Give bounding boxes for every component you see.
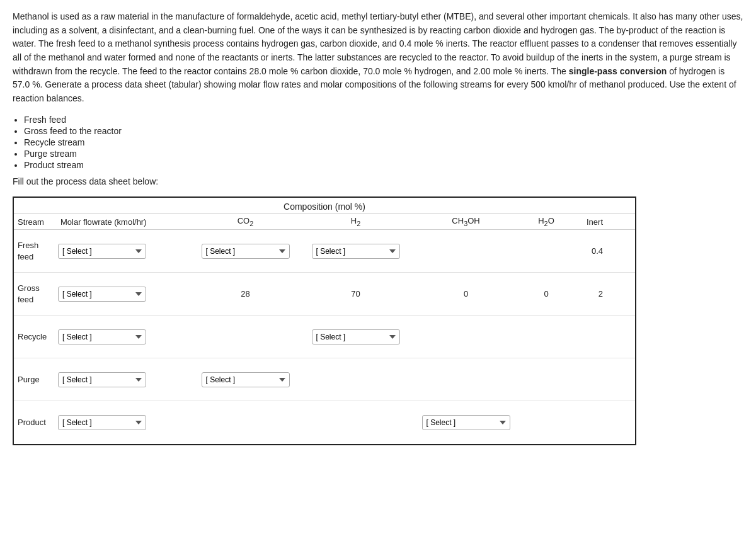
description-text: Methanol is used as a raw material in th… [13, 10, 743, 106]
row-product: Product [ Select ] [ Select ] [14, 401, 635, 444]
bullet-recycle: Recycle stream [24, 137, 743, 147]
co2-val-gross: 28 [238, 289, 252, 299]
col-header-stream: Stream [14, 217, 58, 227]
molar-select-fresh[interactable]: [ Select ] [58, 244, 146, 259]
column-headers: Stream Molar flowrate (kmol/hr) CO2 H2 C… [14, 214, 635, 231]
composition-header: Composition (mol %) [14, 198, 635, 214]
bullet-fresh-feed: Fresh feed [24, 115, 743, 125]
row-fresh-feed: Freshfeed [ Select ] [ Select ] [ Select… [14, 230, 635, 273]
cell-co2-purge: [ Select ] [190, 372, 301, 387]
bullet-product: Product stream [24, 160, 743, 170]
h2o-val-gross: 0 [541, 289, 551, 299]
ch3oh-select-product[interactable]: [ Select ] [422, 415, 510, 430]
ch3oh-val-gross: 0 [461, 289, 471, 299]
h2-select-fresh[interactable]: [ Select ] [312, 244, 400, 259]
stream-label-fresh: Freshfeed [14, 240, 58, 263]
stream-label-gross: Grossfeed [14, 283, 58, 305]
cell-h2-gross: 70 [301, 289, 411, 299]
col-header-inert: Inert [571, 217, 609, 227]
cell-molar-product: [ Select ] [58, 415, 190, 430]
bullet-purge: Purge stream [24, 149, 743, 159]
fill-label: Fill out the process data sheet below: [13, 176, 743, 186]
cell-co2-fresh: [ Select ] [190, 244, 301, 259]
col-header-h2o: H2O [521, 216, 571, 227]
molar-select-gross[interactable]: [ Select ] [58, 287, 146, 302]
cell-ch3oh-product: [ Select ] [411, 415, 521, 430]
cell-molar-gross: [ Select ] [58, 287, 190, 302]
cell-inert-fresh: 0.4 [571, 246, 609, 256]
bullet-gross-feed: Gross feed to the reactor [24, 126, 743, 136]
cell-molar-purge: [ Select ] [58, 372, 190, 387]
col-header-ch3oh: CH3OH [411, 216, 521, 227]
bullet-list: Fresh feed Gross feed to the reactor Rec… [24, 115, 743, 170]
cell-h2o-gross: 0 [521, 289, 571, 299]
molar-select-recycle[interactable]: [ Select ] [58, 329, 146, 345]
co2-select-purge[interactable]: [ Select ] [202, 372, 290, 387]
description-paragraph: Methanol is used as a raw material in th… [13, 10, 743, 106]
col-header-h2: H2 [301, 216, 411, 227]
cell-h2-recycle: [ Select ] [301, 329, 411, 345]
col-header-molar: Molar flowrate (kmol/hr) [58, 217, 190, 227]
h2-val-gross: 70 [348, 289, 362, 299]
row-gross-feed: Grossfeed [ Select ] 28 70 0 0 2 [14, 273, 635, 316]
cell-co2-gross: 28 [190, 289, 301, 299]
cell-h2-fresh: [ Select ] [301, 244, 411, 259]
row-recycle: Recycle [ Select ] [ Select ] [14, 316, 635, 358]
col-header-co2: CO2 [190, 216, 301, 227]
process-data-table: Composition (mol %) Stream Molar flowrat… [13, 196, 636, 446]
cell-inert-gross: 2 [571, 289, 609, 299]
stream-label-recycle: Recycle [14, 331, 58, 343]
cell-molar-fresh: [ Select ] [58, 244, 190, 259]
molar-select-purge[interactable]: [ Select ] [58, 372, 146, 387]
stream-label-product: Product [14, 417, 58, 428]
co2-select-fresh[interactable]: [ Select ] [202, 244, 290, 259]
cell-ch3oh-gross: 0 [411, 289, 521, 299]
stream-label-purge: Purge [14, 374, 58, 385]
h2-select-recycle[interactable]: [ Select ] [312, 329, 400, 345]
cell-molar-recycle: [ Select ] [58, 329, 190, 345]
row-purge: Purge [ Select ] [ Select ] [14, 358, 635, 401]
molar-select-product[interactable]: [ Select ] [58, 415, 146, 430]
